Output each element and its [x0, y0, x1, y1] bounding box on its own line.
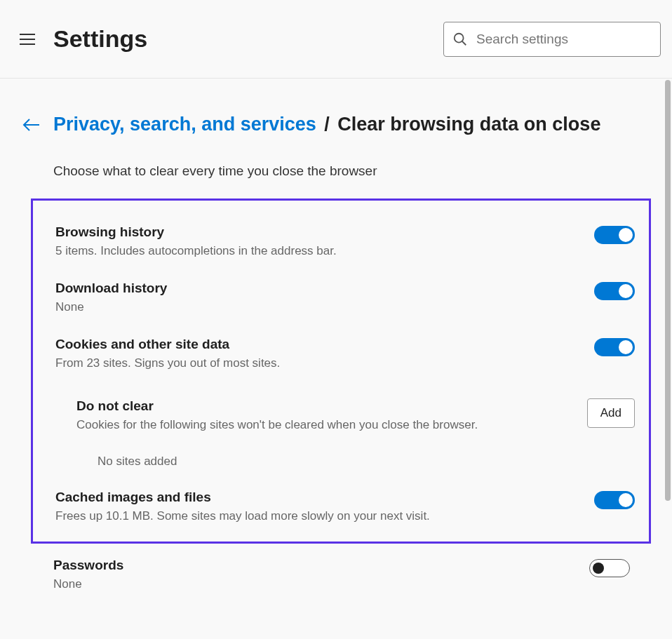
back-arrow-icon[interactable] — [22, 118, 41, 132]
svg-line-1 — [462, 41, 466, 45]
add-button[interactable]: Add — [587, 398, 635, 428]
breadcrumb-separator: / — [324, 114, 330, 135]
setting-title: Download history — [55, 281, 580, 296]
setting-subtitle: None — [55, 300, 580, 314]
scrollbar[interactable] — [665, 80, 671, 501]
setting-title: Do not clear — [76, 398, 573, 414]
search-input[interactable] — [476, 32, 652, 47]
search-box[interactable] — [443, 22, 661, 57]
toggle-passwords[interactable] — [589, 559, 630, 577]
page-title: Settings — [53, 25, 147, 53]
setting-subtitle: 5 items. Includes autocompletions in the… — [55, 244, 580, 258]
setting-subtitle: From 23 sites. Signs you out of most sit… — [55, 356, 580, 370]
setting-title: Browsing history — [55, 224, 580, 240]
section-description: Choose what to clear every time you clos… — [53, 163, 651, 179]
toggle-browsing-history[interactable] — [594, 226, 635, 244]
breadcrumb-current: Clear browsing data on close — [337, 114, 600, 135]
toggle-cached[interactable] — [594, 491, 635, 509]
do-not-clear-section: Do not clear Cookies for the following s… — [55, 384, 642, 439]
no-sites-message: No sites added — [55, 439, 642, 481]
setting-browsing-history: Browsing history 5 items. Includes autoc… — [55, 216, 642, 272]
setting-subtitle: Frees up 10.1 MB. Some sites may load mo… — [55, 509, 580, 523]
setting-download-history: Download history None — [55, 272, 642, 328]
setting-subtitle: Cookies for the following sites won't be… — [76, 418, 573, 432]
setting-passwords: Passwords None — [53, 549, 637, 605]
toggle-download-history[interactable] — [594, 282, 635, 300]
header: Settings — [0, 0, 672, 79]
search-icon — [452, 32, 468, 47]
content: Privacy, search, and services / Clear br… — [0, 79, 672, 633]
breadcrumb: Privacy, search, and services / Clear br… — [53, 112, 600, 137]
setting-title: Passwords — [53, 558, 575, 573]
setting-subtitle: None — [53, 577, 575, 591]
setting-title: Cached images and files — [55, 490, 580, 505]
svg-point-0 — [455, 33, 464, 42]
toggle-cookies[interactable] — [594, 338, 635, 356]
setting-cached: Cached images and files Frees up 10.1 MB… — [55, 481, 642, 526]
menu-icon[interactable] — [20, 31, 36, 48]
setting-title: Cookies and other site data — [55, 337, 580, 352]
breadcrumb-parent[interactable]: Privacy, search, and services — [53, 114, 316, 135]
setting-cookies: Cookies and other site data From 23 site… — [55, 328, 642, 384]
highlighted-settings-group: Browsing history 5 items. Includes autoc… — [31, 199, 651, 544]
